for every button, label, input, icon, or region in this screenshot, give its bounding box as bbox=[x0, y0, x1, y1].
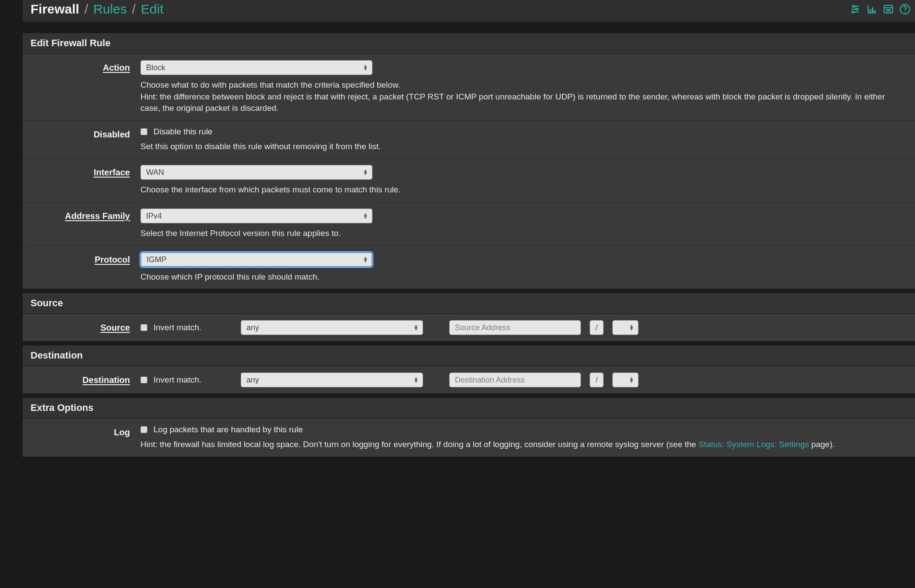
help-interface: Choose the interface from which packets … bbox=[140, 184, 603, 196]
svg-rect-9 bbox=[872, 7, 873, 13]
help-icon[interactable] bbox=[899, 3, 911, 15]
label-disabled: Disabled bbox=[94, 130, 130, 139]
destination-invert-checkbox[interactable] bbox=[140, 376, 147, 383]
destination-address-input[interactable] bbox=[449, 373, 581, 387]
label-destination: Destination bbox=[82, 375, 130, 385]
breadcrumb-rules-link[interactable]: Rules bbox=[93, 2, 127, 17]
panel-source: Source Source Invert match. any ▲▼ bbox=[23, 293, 915, 341]
row-disabled: Disabled Disable this rule Set this opti… bbox=[23, 120, 915, 159]
svg-point-5 bbox=[852, 11, 854, 13]
sliders-icon[interactable] bbox=[850, 3, 861, 15]
panel-extra-options: Extra Options Log Log packets that are h… bbox=[23, 398, 915, 457]
interface-select[interactable]: WAN bbox=[140, 165, 372, 180]
label-action: Action bbox=[103, 63, 130, 72]
source-type-select[interactable]: any bbox=[241, 320, 423, 335]
label-address-family: Address Family bbox=[65, 211, 130, 221]
log-checkbox[interactable] bbox=[140, 426, 147, 433]
protocol-select[interactable]: IGMP bbox=[140, 252, 372, 267]
address-family-select[interactable]: IPv4 bbox=[140, 209, 372, 223]
label-log: Log bbox=[114, 427, 130, 437]
header-action-icons bbox=[850, 3, 911, 15]
row-address-family: Address Family IPv4 ▲▼ Select the Intern… bbox=[23, 202, 915, 246]
syslog-settings-link[interactable]: Status: System Logs: Settings bbox=[698, 440, 809, 449]
panel-title: Destination bbox=[23, 345, 915, 366]
svg-point-16 bbox=[905, 11, 905, 12]
svg-rect-8 bbox=[870, 9, 871, 13]
breadcrumb-sep: / bbox=[83, 2, 90, 17]
help-protocol: Choose which IP protocol this rule shoul… bbox=[140, 271, 603, 283]
bar-chart-icon[interactable] bbox=[866, 3, 877, 15]
destination-mask-select[interactable] bbox=[612, 373, 638, 387]
breadcrumb-root: Firewall bbox=[31, 2, 79, 17]
help-log: Hint: the firewall has limited local log… bbox=[140, 439, 906, 451]
list-icon[interactable] bbox=[883, 3, 894, 15]
help-address-family: Select the Internet Protocol version thi… bbox=[140, 228, 603, 239]
source-mask-sep: / bbox=[590, 320, 604, 335]
panel-title: Extra Options bbox=[23, 398, 915, 418]
source-mask-select[interactable] bbox=[612, 320, 638, 335]
destination-type-select[interactable]: any bbox=[241, 373, 423, 387]
svg-rect-10 bbox=[874, 10, 875, 12]
svg-point-4 bbox=[856, 8, 857, 10]
svg-point-3 bbox=[853, 5, 855, 7]
breadcrumb: Firewall / Rules / Edit bbox=[31, 2, 164, 17]
label-protocol: Protocol bbox=[95, 255, 130, 264]
row-log: Log Log packets that are handled by this… bbox=[23, 418, 915, 457]
breadcrumb-sep: / bbox=[130, 2, 137, 17]
action-select[interactable]: Block bbox=[140, 60, 372, 75]
source-invert-label: Invert match. bbox=[154, 323, 201, 332]
panel-destination: Destination Destination Invert match. an… bbox=[23, 345, 915, 393]
destination-invert-label: Invert match. bbox=[154, 375, 201, 385]
row-destination: Destination Invert match. any ▲▼ bbox=[23, 366, 915, 393]
help-action: Choose what to do with packets that matc… bbox=[140, 79, 906, 114]
help-disabled: Set this option to disable this rule wit… bbox=[140, 141, 603, 153]
label-interface: Interface bbox=[94, 168, 130, 177]
row-protocol: Protocol IGMP ▲▼ Choose which IP protoco… bbox=[23, 246, 915, 289]
disabled-cb-label: Disable this rule bbox=[154, 127, 212, 137]
row-source: Source Invert match. any ▲▼ bbox=[23, 314, 915, 341]
page-header: Firewall / Rules / Edit bbox=[23, 0, 915, 22]
breadcrumb-edit-link[interactable]: Edit bbox=[141, 2, 164, 17]
panel-edit-firewall-rule: Edit Firewall Rule Action Block ▲▼ Choos… bbox=[23, 33, 915, 289]
source-invert-checkbox[interactable] bbox=[140, 324, 147, 331]
row-action: Action Block ▲▼ Choose what to do with p… bbox=[23, 54, 915, 120]
disabled-checkbox[interactable] bbox=[140, 128, 147, 135]
label-source: Source bbox=[100, 323, 130, 332]
destination-mask-sep: / bbox=[590, 373, 604, 387]
log-cb-label: Log packets that are handled by this rul… bbox=[154, 425, 303, 434]
panel-title: Source bbox=[23, 293, 915, 314]
source-address-input[interactable] bbox=[449, 320, 581, 335]
panel-title: Edit Firewall Rule bbox=[23, 33, 915, 54]
row-interface: Interface WAN ▲▼ Choose the interface fr… bbox=[23, 158, 915, 202]
